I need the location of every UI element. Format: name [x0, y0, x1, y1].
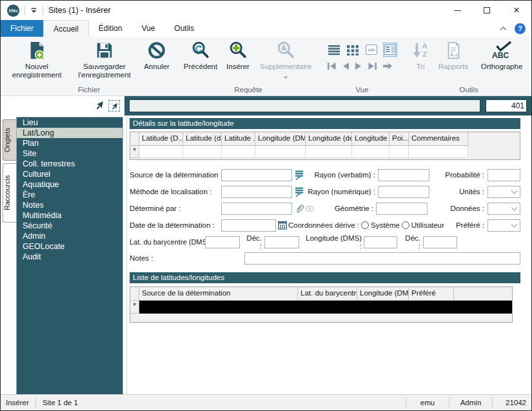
reports-button[interactable]: Rapports: [433, 37, 473, 71]
grid-cell[interactable]: [139, 146, 183, 158]
grid-cell[interactable]: [389, 146, 409, 158]
previous-search-button[interactable]: Précédent: [180, 37, 221, 71]
tab-accueil[interactable]: Accueil: [43, 20, 89, 37]
sidebar-item-admin[interactable]: Admin: [17, 231, 123, 241]
date-determination-label: Date de la détermination :: [130, 221, 221, 229]
sidebar-item-securite[interactable]: Sécurité: [17, 221, 123, 231]
previous-record-icon[interactable]: [342, 62, 350, 72]
group-label: Vue: [322, 85, 402, 95]
determine-par-input[interactable]: [221, 203, 292, 215]
dec-2-input[interactable]: [423, 236, 457, 248]
grid-cell[interactable]: [352, 146, 389, 158]
lat-barycentre-input[interactable]: [205, 236, 240, 248]
maximize-button[interactable]: [472, 1, 502, 20]
sidebar-item-geolocate[interactable]: GEOLocate: [17, 241, 123, 252]
save-record-button[interactable]: Sauvegarder l'enregistrement: [70, 37, 139, 79]
paperclip-icon[interactable]: [295, 204, 304, 214]
dec-1-input[interactable]: [264, 236, 299, 248]
goto-record-icon[interactable]: [382, 62, 393, 72]
column-header: Lat. du barycentre ...: [298, 287, 357, 301]
vertical-tab-raccourcis[interactable]: Raccourcis: [3, 163, 16, 223]
grid-new-row[interactable]: *: [130, 146, 520, 158]
column-header: Préféré: [409, 287, 454, 301]
record-summary-strip: 401: [124, 96, 531, 115]
column-header: Latitude (d...: [183, 132, 222, 146]
minimize-button[interactable]: [442, 1, 472, 20]
eye-icon[interactable]: [306, 206, 315, 212]
utilisateur-radio[interactable]: [402, 221, 409, 229]
title-bar: EMu Sites (1) - Insérer ×: [1, 1, 531, 20]
sidebar-item-lieu[interactable]: Lieu: [17, 117, 123, 128]
svg-text:</>: </>: [368, 47, 375, 53]
quick-access-caret-icon[interactable]: [30, 8, 37, 14]
spelling-button[interactable]: ABC Orthographe: [473, 37, 530, 71]
tab-edition[interactable]: Édition: [89, 20, 132, 37]
systeme-radio[interactable]: [361, 221, 369, 229]
sidebar-item-audit[interactable]: Audit: [17, 252, 123, 262]
selected-row-highlight[interactable]: [139, 301, 512, 314]
sidebar-item-site[interactable]: Site: [17, 148, 123, 159]
grid-cell[interactable]: [306, 146, 352, 158]
donnees-select[interactable]: [488, 203, 520, 215]
close-button[interactable]: ×: [502, 1, 531, 20]
button-label: Précédent: [184, 63, 217, 71]
calendar-icon[interactable]: [278, 221, 287, 230]
sidebar-item-plan[interactable]: Plan: [17, 138, 123, 148]
selected-empty-row[interactable]: *: [130, 301, 512, 314]
cursor-arrow-icon[interactable]: [95, 101, 104, 112]
rayon-verbatim-input[interactable]: [378, 169, 429, 181]
svg-text:A: A: [422, 42, 428, 50]
last-record-icon[interactable]: [368, 62, 377, 72]
geometrie-input[interactable]: [376, 203, 428, 215]
latlong-list-grid: Source de la détermination Lat. du baryc…: [130, 286, 513, 323]
rayon-numerique-input[interactable]: [378, 186, 429, 198]
sidebar-item-culturel[interactable]: Culturel: [17, 169, 123, 179]
sidebar-item-multimedia[interactable]: Multimédia: [17, 210, 123, 221]
svg-text:Z: Z: [422, 50, 427, 58]
next-record-icon[interactable]: [355, 62, 362, 72]
button-label: Annuler: [144, 63, 170, 71]
form-row-determine-par: Déterminé par : Géométrie : Données :: [130, 200, 520, 217]
section-header-details: Détails sur la latitude/longitude: [130, 118, 520, 129]
grid-cell[interactable]: [255, 146, 306, 158]
tab-outils[interactable]: Outils: [164, 20, 204, 37]
sidebar-item-aquatique[interactable]: Aquatique: [17, 179, 123, 190]
lookup-list-icon[interactable]: [295, 187, 304, 197]
source-determination-label: Source de la détermination :: [130, 171, 221, 179]
unites-select[interactable]: [488, 186, 520, 198]
insert-search-button[interactable]: Insérer: [221, 37, 255, 71]
source-determination-input[interactable]: [221, 169, 292, 181]
code-view-icon[interactable]: </>: [364, 43, 379, 57]
date-determination-input[interactable]: [221, 219, 276, 232]
details-view-icon[interactable]: [383, 43, 397, 57]
column-header: Longitude (DMS): [255, 132, 306, 146]
tab-fichier[interactable]: Fichier: [1, 20, 43, 37]
grid-view-icon[interactable]: [346, 43, 360, 57]
list-view-icon[interactable]: [327, 43, 341, 57]
longitude-dms-input[interactable]: [364, 236, 397, 248]
app-window: EMu Sites (1) - Insérer × Fichier Accuei…: [0, 0, 532, 411]
more-search-button[interactable]: & Supplémentaire: [255, 37, 317, 81]
help-button[interactable]: ?: [515, 23, 526, 34]
select-record-icon[interactable]: [108, 100, 120, 112]
sidebar-item-ere[interactable]: Ère: [17, 190, 123, 200]
grid-cell[interactable]: [183, 146, 222, 158]
grid-cell[interactable]: [409, 146, 468, 158]
grid-cell[interactable]: [222, 146, 255, 158]
lookup-list-icon[interactable]: [295, 170, 304, 180]
sidebar-item-latlong[interactable]: Lat/Long: [17, 128, 123, 138]
tab-vue[interactable]: Vue: [132, 20, 164, 37]
first-record-icon[interactable]: [327, 62, 337, 72]
methode-localisation-input[interactable]: [221, 186, 292, 198]
vertical-tab-onglets[interactable]: Onglets: [3, 119, 16, 161]
collapse-ribbon-icon[interactable]: [500, 20, 507, 37]
sidebar-item-coll-terrestres[interactable]: Coll. terrestres: [17, 159, 123, 169]
form-row-methode: Méthode de localisation : Rayon (numériq…: [130, 183, 520, 200]
sort-button[interactable]: AZ Tri: [408, 37, 433, 71]
notes-input[interactable]: [244, 252, 520, 265]
prefere-select[interactable]: [488, 219, 520, 232]
sidebar-item-notes[interactable]: Notes: [17, 200, 123, 210]
probabilite-input[interactable]: [488, 169, 520, 181]
new-record-button[interactable]: Nouvel enregistrement: [3, 37, 70, 79]
cancel-button[interactable]: Annuler: [139, 37, 175, 71]
